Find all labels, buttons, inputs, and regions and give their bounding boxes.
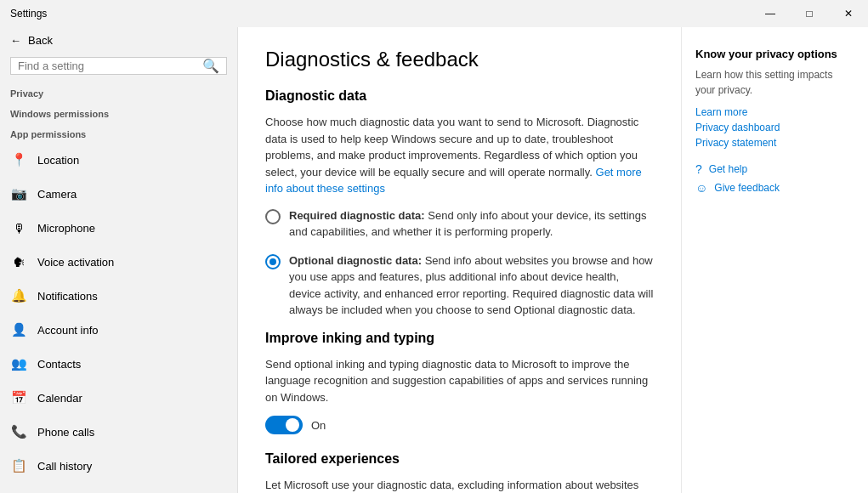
improve-inking-section: Improve inking and typing Send optional … (265, 331, 654, 435)
sidebar-item-location[interactable]: 📍 Location (0, 143, 237, 177)
get-help-label: Get help (709, 163, 747, 175)
main-content: Diagnostics & feedback Diagnostic data C… (238, 27, 681, 493)
sidebar-item-phone-calls-label: Phone calls (37, 426, 94, 439)
sidebar: ← Back 🔍 Privacy Windows permissions App… (0, 27, 238, 493)
radio-required-label: Required diagnostic data: (289, 209, 425, 222)
settings-title: Settings (10, 8, 47, 20)
sidebar-item-phone-calls[interactable]: 📞 Phone calls (0, 415, 237, 449)
sidebar-item-contacts-label: Contacts (37, 358, 81, 371)
radio-option-required[interactable]: Required diagnostic data: Send only info… (265, 207, 654, 241)
diagnostic-data-section: Diagnostic data Choose how much diagnost… (265, 88, 654, 319)
tailored-experiences-desc: Let Microsoft use your diagnostic data, … (265, 477, 654, 493)
search-icon: 🔍 (202, 58, 219, 74)
calendar-icon: 📅 (10, 389, 27, 406)
diagnostic-data-title: Diagnostic data (265, 88, 654, 104)
right-panel: Know your privacy options Learn how this… (681, 27, 868, 493)
radio-required-text: Required diagnostic data: Send only info… (289, 207, 654, 241)
privacy-dashboard-link[interactable]: Privacy dashboard (695, 122, 854, 133)
diagnostic-data-desc: Choose how much diagnostic data you want… (265, 114, 654, 197)
page-title: Diagnostics & feedback (265, 48, 654, 71)
sidebar-item-contacts[interactable]: 👥 Contacts (0, 347, 237, 381)
tailored-experiences-title: Tailored experiences (265, 451, 654, 467)
search-box: 🔍 (10, 57, 227, 75)
sidebar-item-microphone-label: Microphone (37, 222, 95, 235)
sidebar-item-calendar[interactable]: 📅 Calendar (0, 381, 237, 415)
titlebar-left: Settings (10, 8, 47, 20)
notifications-icon: 🔔 (10, 287, 27, 304)
radio-optional[interactable] (265, 254, 281, 269)
right-panel-title: Know your privacy options (695, 48, 854, 60)
windows-permissions-label: Windows permissions (0, 102, 237, 122)
sidebar-item-location-label: Location (37, 154, 79, 167)
maximize-button[interactable]: □ (790, 0, 829, 27)
titlebar-controls: — □ ✕ (751, 0, 868, 27)
account-info-icon: 👤 (10, 321, 27, 338)
give-feedback-label: Give feedback (714, 182, 780, 194)
content-area: Diagnostics & feedback Diagnostic data C… (238, 27, 868, 493)
back-button[interactable]: ← Back (0, 27, 237, 54)
app-container: ← Back 🔍 Privacy Windows permissions App… (0, 27, 868, 493)
search-input[interactable] (18, 60, 202, 72)
sidebar-item-call-history-label: Call history (37, 460, 92, 473)
sidebar-item-calendar-label: Calendar (37, 392, 82, 405)
titlebar: Settings — □ ✕ (0, 0, 868, 27)
call-history-icon: 📋 (10, 457, 27, 474)
back-icon: ← (10, 34, 21, 47)
contacts-icon: 👥 (10, 355, 27, 372)
sidebar-item-notifications-label: Notifications (37, 290, 98, 303)
improve-inking-title: Improve inking and typing (265, 331, 654, 346)
microphone-icon: 🎙 (10, 219, 27, 236)
voice-activation-icon: 🗣 (10, 253, 27, 270)
improve-inking-toggle-label: On (311, 419, 326, 432)
sidebar-item-microphone[interactable]: 🎙 Microphone (0, 211, 237, 245)
sidebar-item-notifications[interactable]: 🔔 Notifications (0, 279, 237, 313)
privacy-section-label: Privacy (0, 82, 237, 102)
sidebar-item-voice-activation[interactable]: 🗣 Voice activation (0, 245, 237, 279)
minimize-button[interactable]: — (751, 0, 790, 27)
tailored-experiences-section: Tailored experiences Let Microsoft use y… (265, 451, 654, 493)
sidebar-item-camera[interactable]: 📷 Camera (0, 177, 237, 211)
radio-option-optional[interactable]: Optional diagnostic data: Send info abou… (265, 252, 654, 319)
camera-icon: 📷 (10, 185, 27, 202)
improve-inking-desc: Send optional inking and typing diagnost… (265, 356, 654, 406)
sidebar-item-call-history[interactable]: 📋 Call history (0, 449, 237, 483)
sidebar-item-voice-activation-label: Voice activation (37, 256, 114, 269)
sidebar-item-email[interactable]: ✉ Email (0, 483, 237, 493)
improve-inking-toggle[interactable] (265, 416, 303, 434)
sidebar-item-account-info[interactable]: 👤 Account info (0, 313, 237, 347)
app-permissions-label: App permissions (0, 122, 237, 143)
improve-inking-toggle-row: On (265, 416, 654, 434)
give-feedback-icon: ☺ (695, 181, 707, 195)
get-help-action[interactable]: ? Get help (695, 162, 854, 176)
location-icon: 📍 (10, 151, 27, 168)
radio-optional-text: Optional diagnostic data: Send info abou… (289, 252, 654, 319)
learn-more-link[interactable]: Learn more (695, 106, 854, 118)
privacy-statement-link[interactable]: Privacy statement (695, 137, 854, 149)
sidebar-item-account-info-label: Account info (37, 324, 99, 337)
get-help-icon: ? (695, 162, 702, 176)
radio-optional-label: Optional diagnostic data: (289, 254, 422, 267)
phone-calls-icon: 📞 (10, 423, 27, 440)
give-feedback-action[interactable]: ☺ Give feedback (695, 181, 854, 195)
sidebar-item-camera-label: Camera (37, 188, 77, 201)
close-button[interactable]: ✕ (829, 0, 868, 27)
right-panel-desc: Learn how this setting impacts your priv… (695, 67, 854, 98)
radio-required[interactable] (265, 209, 281, 224)
back-label: Back (28, 34, 53, 47)
